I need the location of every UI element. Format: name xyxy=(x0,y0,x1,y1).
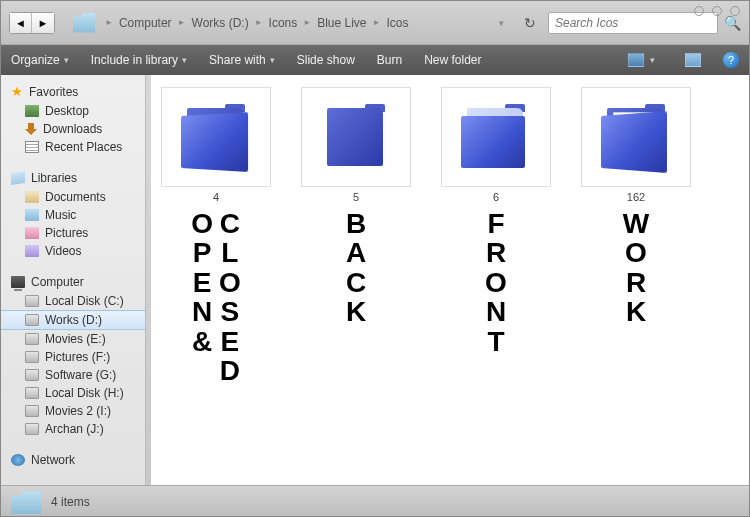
breadcrumb-segment[interactable]: Icos xyxy=(386,16,408,30)
vertical-word: FRONT xyxy=(485,209,507,356)
file-name-label: 6 xyxy=(493,191,499,203)
sidebar-group-libraries[interactable]: Libraries xyxy=(1,168,145,188)
new-folder-button[interactable]: New folder xyxy=(424,53,481,67)
share-with-menu[interactable]: Share with xyxy=(209,53,275,67)
thumbnail-column: 162 WORK xyxy=(581,87,691,327)
breadcrumb-dropdown-icon[interactable]: ▾ xyxy=(499,18,504,28)
sidebar-item-archan-j-[interactable]: Archan (J:) xyxy=(1,420,145,438)
group-label: Network xyxy=(31,453,75,467)
sidebar-item-software-g-[interactable]: Software (G:) xyxy=(1,366,145,384)
breadcrumb-segment[interactable]: Icons xyxy=(269,16,298,30)
file-thumbnail[interactable] xyxy=(161,87,271,187)
window-max[interactable] xyxy=(712,6,722,16)
item-label: Music xyxy=(45,208,76,222)
sidebar-item-works-d-[interactable]: Works (D:) xyxy=(1,310,145,330)
breadcrumb-segment[interactable]: Computer xyxy=(119,16,172,30)
drive-icon xyxy=(25,351,39,363)
libraries-icon xyxy=(11,171,25,185)
sidebar-group-favorites[interactable]: ★Favorites xyxy=(1,81,145,102)
nav-forward-button[interactable]: ► xyxy=(32,13,54,33)
sidebar-item-desktop[interactable]: Desktop xyxy=(1,102,145,120)
location-folder-icon xyxy=(73,13,95,33)
item-label: Movies (E:) xyxy=(45,332,106,346)
overlay-letter: R xyxy=(626,268,646,297)
overlay-letter: D xyxy=(220,356,240,385)
overlay-letter: C xyxy=(220,209,240,238)
overlay-letter: K xyxy=(346,297,366,326)
item-icon xyxy=(25,105,39,117)
item-label: Recent Places xyxy=(45,140,122,154)
search-input[interactable] xyxy=(548,12,718,34)
include-in-library-menu[interactable]: Include in library xyxy=(91,53,187,67)
nav-back-button[interactable]: ◄ xyxy=(10,13,32,33)
breadcrumb-segment[interactable]: Blue Live xyxy=(317,16,366,30)
sidebar-group-computer[interactable]: Computer xyxy=(1,272,145,292)
sidebar-item-pictures-f-[interactable]: Pictures (F:) xyxy=(1,348,145,366)
overlay-letter: & xyxy=(192,327,212,356)
item-label: Local Disk (H:) xyxy=(45,386,124,400)
overlay-letter: F xyxy=(487,209,504,238)
overlay-letter: E xyxy=(193,268,212,297)
favorites-star-icon: ★ xyxy=(11,84,23,99)
sidebar-item-local-disk-c-[interactable]: Local Disk (C:) xyxy=(1,292,145,310)
navigation-sidebar: ★FavoritesDesktopDownloadsRecent PlacesL… xyxy=(1,75,146,485)
drive-icon xyxy=(25,405,39,417)
vertical-word: BACK xyxy=(346,209,366,327)
nav-arrows: ◄ ► xyxy=(9,12,55,34)
item-icon xyxy=(25,245,39,257)
burn-button[interactable]: Burn xyxy=(377,53,402,67)
search-icon[interactable]: 🔍 xyxy=(724,15,741,31)
vertical-word: WORK xyxy=(623,209,649,327)
help-button[interactable]: ? xyxy=(723,52,739,68)
sidebar-item-pictures[interactable]: Pictures xyxy=(1,224,145,242)
overlay-letter: W xyxy=(623,209,649,238)
overlay-letter: K xyxy=(626,297,646,326)
status-folder-icon xyxy=(11,490,41,514)
overlay-text: BACK xyxy=(346,209,366,327)
sidebar-item-documents[interactable]: Documents xyxy=(1,188,145,206)
item-label: Desktop xyxy=(45,104,89,118)
drive-icon xyxy=(25,314,39,326)
breadcrumb-segment[interactable]: Works (D:) xyxy=(192,16,249,30)
network-icon xyxy=(11,454,25,466)
file-thumbnail[interactable] xyxy=(301,87,411,187)
refresh-button[interactable]: ↻ xyxy=(524,15,536,31)
group-label: Libraries xyxy=(31,171,77,185)
drive-icon xyxy=(25,295,39,307)
file-name-label: 5 xyxy=(353,191,359,203)
window-min[interactable] xyxy=(694,6,704,16)
file-thumbnail[interactable] xyxy=(441,87,551,187)
overlay-letter: O xyxy=(219,268,241,297)
file-name-label: 4 xyxy=(213,191,219,203)
overlay-text: OPEN&CLOSED xyxy=(191,209,241,385)
item-label: Movies 2 (I:) xyxy=(45,404,111,418)
sidebar-item-movies-e-[interactable]: Movies (E:) xyxy=(1,330,145,348)
group-label: Favorites xyxy=(29,85,78,99)
item-label: Local Disk (C:) xyxy=(45,294,124,308)
item-label: Pictures (F:) xyxy=(45,350,110,364)
status-item-count: 4 items xyxy=(51,495,90,509)
window-close[interactable] xyxy=(730,6,740,16)
overlay-letter: O xyxy=(191,209,213,238)
sidebar-item-videos[interactable]: Videos xyxy=(1,242,145,260)
item-label: Archan (J:) xyxy=(45,422,104,436)
view-options-button[interactable] xyxy=(628,53,644,67)
file-thumbnail[interactable] xyxy=(581,87,691,187)
sidebar-item-recent-places[interactable]: Recent Places xyxy=(1,138,145,156)
command-toolbar: Organize Include in library Share with S… xyxy=(1,45,749,75)
preview-pane-button[interactable] xyxy=(685,53,701,67)
item-icon xyxy=(25,227,39,239)
sidebar-item-downloads[interactable]: Downloads xyxy=(1,120,145,138)
overlay-text: WORK xyxy=(623,209,649,327)
overlay-letter: L xyxy=(221,238,238,267)
sidebar-group-network[interactable]: Network xyxy=(1,450,145,470)
drive-icon xyxy=(25,369,39,381)
slideshow-button[interactable]: Slide show xyxy=(297,53,355,67)
thumbnail-column: 4 OPEN&CLOSED xyxy=(161,87,271,385)
overlay-letter: P xyxy=(193,238,212,267)
sidebar-item-music[interactable]: Music xyxy=(1,206,145,224)
sidebar-item-movies-2-i-[interactable]: Movies 2 (I:) xyxy=(1,402,145,420)
overlay-letter: O xyxy=(485,268,507,297)
organize-menu[interactable]: Organize xyxy=(11,53,69,67)
sidebar-item-local-disk-h-[interactable]: Local Disk (H:) xyxy=(1,384,145,402)
